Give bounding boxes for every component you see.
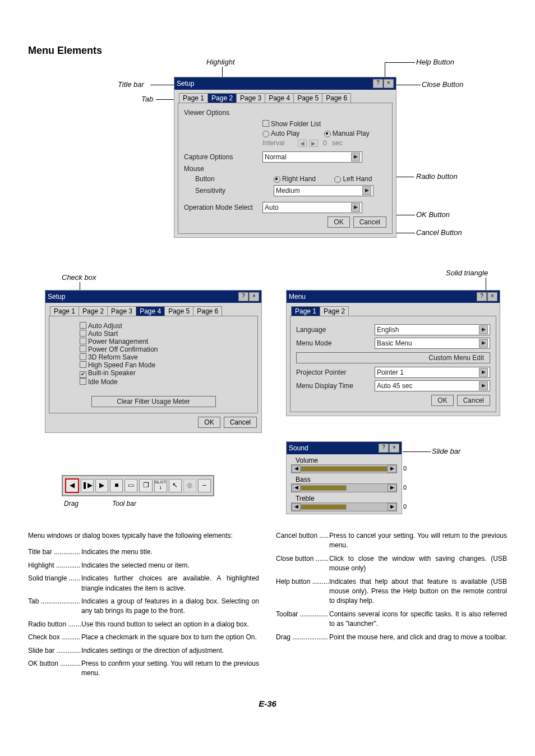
manual-play-radio[interactable] [324, 131, 331, 137]
defs-intro: Menu windows or dialog boxes typically h… [28, 531, 259, 541]
sensitivity-select[interactable]: Medium▶ [274, 185, 373, 196]
callout-drag: Drag [64, 500, 79, 508]
tab-page-5[interactable]: Page 5 [293, 93, 322, 103]
def-term: Slide bar ............. [28, 646, 81, 656]
right-hand-radio[interactable] [274, 176, 280, 183]
checkbox[interactable]: ✔ [80, 371, 86, 378]
checkbox[interactable] [80, 330, 86, 336]
tab-page-6[interactable]: Page 6 [193, 306, 222, 316]
callout-highlight: Highlight [206, 58, 235, 66]
dialog-setup: Setup ? × Page 1Page 2Page 3Page 4Page 5… [174, 77, 396, 238]
checkbox[interactable] [80, 345, 86, 352]
callout-ok: OK Button [416, 210, 450, 219]
tab-page-1[interactable]: Page 1 [179, 93, 208, 103]
checkbox[interactable] [80, 378, 86, 385]
bass-slider[interactable]: ◀▶0 [291, 483, 397, 492]
def-term: Title bar .............. [28, 547, 81, 557]
left-hand-radio[interactable] [334, 176, 341, 183]
select-language[interactable]: English▶ [375, 324, 490, 335]
tab-page-2[interactable]: Page 2 [79, 306, 108, 316]
callout-toolbar: Tool bar [112, 500, 136, 508]
checkbox[interactable] [80, 361, 86, 368]
help-button[interactable]: ? [379, 444, 389, 453]
ok-button[interactable]: OK [431, 395, 453, 406]
dialog-setup-page4: Setup ? × Page 1Page 2Page 3Page 4Page 5… [45, 290, 262, 433]
select-menu-display-time[interactable]: Auto 45 sec▶ [375, 380, 490, 391]
tab-page-3[interactable]: Page 3 [236, 93, 265, 103]
window-icon[interactable]: ▭ [124, 479, 137, 492]
minimize-icon[interactable]: – [198, 479, 211, 492]
close-button[interactable]: × [389, 444, 399, 453]
toolbar-launcher[interactable]: ◀ ❚▶ ▶ ■ ▭ ❐ SLOT1 ↖ ◍ – [62, 475, 214, 496]
def-desc: Place a checkmark in the square box to t… [81, 633, 259, 642]
def-desc: Indicates a group of features in a dialo… [81, 597, 259, 616]
tab-page-2[interactable]: Page 2 [207, 93, 237, 103]
custom-menu-edit-button[interactable]: Custom Menu Edit [296, 352, 490, 363]
tab-page-1[interactable]: Page 1 [50, 306, 79, 316]
triangle-icon: ▶ [479, 368, 488, 377]
play-icon[interactable]: ▶ [95, 479, 108, 492]
close-button[interactable]: × [487, 292, 497, 301]
prev-icon[interactable]: ❚▶ [81, 479, 94, 492]
def-term: Close button ....... [276, 554, 329, 574]
def-term: OK button ........... [28, 659, 81, 679]
callout-radio: Radio button [416, 172, 458, 181]
callout-titlebar: Title bar [118, 80, 144, 89]
callout-cancel: Cancel Button [416, 228, 462, 237]
def-desc: Press to confirm your setting. You will … [81, 659, 259, 679]
capture-select[interactable]: Normal▶ [262, 151, 362, 163]
callout-slidebar: Slide bar [432, 447, 460, 455]
auto-play-radio[interactable] [262, 131, 269, 137]
triangle-icon: ▶ [479, 381, 488, 390]
help-button[interactable]: ? [373, 79, 383, 88]
def-term: Cancel button ..... [276, 531, 329, 551]
tab-page-4[interactable]: Page 4 [265, 93, 294, 103]
def-term: Radio button ....... [28, 620, 81, 629]
stop-icon[interactable]: ■ [110, 479, 123, 492]
tab-page-3[interactable]: Page 3 [107, 306, 136, 316]
def-desc: Indicates that help about that feature i… [329, 577, 507, 606]
ok-button[interactable]: OK [328, 216, 349, 228]
slot-icon[interactable]: SLOT1 [154, 479, 167, 492]
help-button[interactable]: ? [477, 292, 487, 301]
def-term: Help button ......... [276, 577, 329, 606]
def-desc: Use this round button to select an optio… [81, 620, 259, 629]
dialog-menu: Menu ? × Page 1Page 2 LanguageEnglish▶Me… [286, 290, 500, 416]
callout-checkbox: Check box [62, 273, 96, 282]
page-footer: E-36 [28, 699, 507, 708]
def-desc: Press to cancel your setting. You will r… [329, 531, 507, 551]
treble-slider[interactable]: ◀▶0 [291, 503, 397, 511]
show-folder-check[interactable] [262, 120, 269, 127]
cancel-button[interactable]: Cancel [353, 216, 386, 228]
triangle-icon: ▶ [351, 153, 360, 162]
close-button[interactable]: × [384, 79, 394, 88]
opmode-select[interactable]: Auto▶ [262, 202, 362, 213]
checkbox[interactable] [80, 322, 86, 329]
volume-slider[interactable]: ◀▶0 [291, 464, 397, 473]
cancel-button[interactable]: Cancel [224, 417, 257, 428]
select-projector-pointer[interactable]: Pointer 1▶ [375, 367, 490, 378]
tab-page-1[interactable]: Page 1 [291, 306, 320, 316]
def-desc: Click to close the window with saving ch… [329, 554, 507, 574]
tab-page-6[interactable]: Page 6 [322, 93, 351, 103]
def-term: Check box .......... [28, 633, 81, 642]
triangle-icon: ▶ [479, 325, 488, 334]
tab-page-2[interactable]: Page 2 [320, 306, 349, 316]
select-menu-mode[interactable]: Basic Menu▶ [375, 338, 490, 349]
copy-icon[interactable]: ❐ [139, 479, 152, 492]
cancel-button[interactable]: Cancel [457, 395, 490, 406]
help-button[interactable]: ? [238, 292, 248, 301]
globe-icon[interactable]: ◍ [183, 479, 196, 492]
tab-page-5[interactable]: Page 5 [164, 306, 193, 316]
def-term: Drag ................... [276, 633, 329, 642]
checkbox[interactable] [80, 353, 86, 360]
ok-button[interactable]: OK [198, 417, 220, 428]
checkbox[interactable] [80, 338, 86, 344]
pointer-icon[interactable]: ↖ [169, 479, 182, 492]
clear-filter-button[interactable]: Clear Filter Usage Meter [91, 396, 216, 407]
def-desc: Indicates the menu title. [81, 547, 259, 557]
close-button[interactable]: × [249, 292, 259, 301]
dialog-sound: Sound ? × Volume ◀▶0 Bass ◀▶0 Treble ◀▶0 [286, 441, 402, 514]
drag-handle-icon[interactable]: ◀ [65, 478, 79, 493]
tab-page-4[interactable]: Page 4 [136, 306, 165, 316]
